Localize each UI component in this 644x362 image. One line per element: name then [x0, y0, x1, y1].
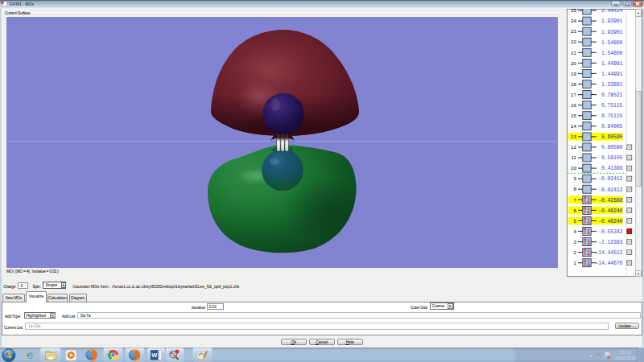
svg-text:1.44991: 1.44991	[601, 60, 623, 66]
svg-text:11: 11	[571, 154, 576, 160]
svg-text:-0.02412: -0.02412	[598, 176, 622, 182]
svg-text:9: 9	[573, 175, 576, 181]
svg-text:e: e	[27, 348, 33, 361]
svg-text:4: 4	[573, 228, 576, 233]
svg-text:1.93901: 1.93901	[601, 29, 623, 35]
svg-text:25: 25	[571, 9, 576, 13]
svg-text:-0.46240: -0.46240	[598, 218, 622, 224]
svg-text:0.75115: 0.75115	[601, 113, 623, 119]
svg-text:-14.44512: -14.44512	[595, 249, 622, 255]
svg-text:-14.44676: -14.44676	[595, 261, 622, 266]
svg-text:-1.12383: -1.12383	[598, 239, 622, 245]
svg-text:21: 21	[571, 49, 576, 55]
svg-text:-0.46240: -0.46240	[598, 208, 622, 213]
svg-text:-0.02412: -0.02412	[598, 187, 622, 192]
svg-text:13: 13	[571, 134, 576, 139]
svg-text:12: 12	[571, 144, 576, 150]
svg-text:2.40424: 2.40424	[601, 9, 623, 14]
svg-text:2: 2	[573, 249, 576, 254]
svg-text:W: W	[151, 352, 158, 359]
svg-text:14: 14	[571, 123, 576, 129]
svg-text:19: 19	[571, 70, 576, 76]
svg-text:0.59105: 0.59105	[601, 155, 623, 161]
svg-text:1.93901: 1.93901	[601, 19, 623, 24]
svg-text:1: 1	[573, 259, 576, 265]
svg-text:10: 10	[571, 165, 576, 171]
svg-text:G4:M1 - MOs: G4:M1 - MOs	[10, 2, 35, 6]
svg-text:0.60590: 0.60590	[601, 145, 623, 150]
svg-text:0.41366: 0.41366	[601, 166, 623, 171]
svg-text:-0.55342: -0.55342	[598, 228, 622, 234]
svg-text:6: 6	[573, 207, 576, 212]
svg-text:1.54800: 1.54800	[601, 50, 623, 56]
svg-text:20: 20	[571, 60, 576, 65]
svg-text:3: 3	[573, 238, 576, 244]
svg-text:5: 5	[573, 217, 576, 223]
svg-text:7: 7	[573, 196, 576, 202]
svg-text:15: 15	[571, 112, 576, 117]
svg-text:0.60590: 0.60590	[601, 134, 623, 140]
svg-text:1.23891: 1.23891	[601, 81, 623, 87]
svg-text:0.78521: 0.78521	[601, 92, 623, 97]
svg-text:0.75115: 0.75115	[601, 102, 623, 108]
svg-text:18: 18	[571, 80, 576, 86]
svg-text:1.54800: 1.54800	[601, 39, 623, 45]
svg-text:8: 8	[573, 186, 576, 191]
svg-text:0.64005: 0.64005	[601, 124, 623, 130]
svg-text:-0.42688: -0.42688	[598, 197, 622, 203]
svg-text:23: 23	[571, 28, 576, 34]
svg-text:17: 17	[571, 91, 576, 97]
svg-text:24: 24	[571, 18, 576, 23]
svg-text:1.44991: 1.44991	[601, 71, 623, 76]
svg-text:22: 22	[571, 39, 576, 44]
svg-text:16: 16	[571, 101, 576, 107]
